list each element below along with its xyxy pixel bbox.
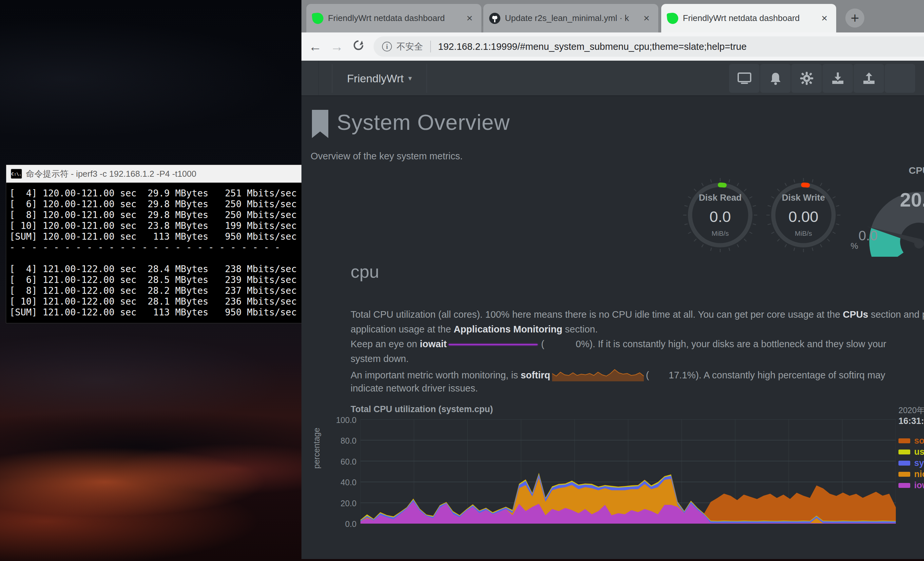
terminal-titlebar[interactable]: 命令提示符 - iperf3 -c 192.168.1.2 -P4 -t1000	[6, 165, 333, 183]
forward-icon[interactable]: →	[327, 39, 346, 54]
cpu-paragraph-line: system down.	[351, 353, 924, 364]
netdata-icon	[312, 12, 324, 24]
omnibox-divider	[430, 41, 431, 53]
terminal-output: [ 4] 120.00-121.00 sec 29.9 MBytes 251 M…	[6, 183, 333, 318]
y-tick: 0.0	[321, 519, 357, 529]
url-bar[interactable]: i 不安全 192.168.2.1:19999/#menu_system_sub…	[374, 36, 924, 57]
cpu-paragraph-line: application usage at the Applications Mo…	[351, 324, 924, 335]
legend-item-user[interactable]: user	[898, 446, 924, 457]
terminal-line: [ 8] 121.00-122.00 sec 28.2 MBytes 237 M…	[9, 285, 333, 296]
tab-strip: FriendlyWrt netdata dashboard × Update r…	[302, 0, 924, 33]
legend-item-system[interactable]: system	[898, 457, 924, 469]
legend-swatch	[898, 438, 910, 443]
new-tab-button[interactable]: +	[845, 9, 864, 27]
host-dropdown[interactable]: FriendlyWrt ▾	[332, 64, 427, 93]
chart-date: 2020年3月24日	[898, 405, 924, 416]
navbar-divider	[318, 61, 319, 95]
chevron-down-icon: ▾	[408, 74, 412, 83]
section-heading-cpu: cpu	[351, 261, 379, 282]
gauge-min: 0.0	[858, 228, 878, 244]
y-tick: 40.0	[321, 478, 357, 487]
cpu-paragraph-line: Total CPU utilization (all cores). 100% …	[351, 309, 924, 320]
gauge-label: CPU	[855, 165, 924, 176]
terminal-line: [ 4] 120.00-121.00 sec 29.9 MBytes 251 M…	[9, 188, 333, 199]
legend-item-nice[interactable]: nice	[898, 469, 924, 480]
legend-swatch	[898, 450, 910, 454]
host-name: FriendlyWrt	[347, 72, 404, 85]
iowait-sparkline[interactable]	[448, 344, 538, 345]
info-icon[interactable]: i	[382, 42, 392, 51]
tab-netdata-2-active[interactable]: FriendlyWrt netdata dashboard ×	[661, 4, 836, 33]
chart-time: 16:31:28	[898, 416, 924, 426]
desktop-wallpaper: 命令提示符 - iperf3 -c 192.168.1.2 -P4 -t1000…	[0, 0, 924, 561]
softirq-sparkline[interactable]	[552, 368, 644, 384]
cpu-paragraph-line: Keep an eye on iowait(0%). If it is cons…	[351, 339, 924, 349]
github-icon	[489, 13, 500, 24]
close-icon[interactable]: ×	[819, 12, 830, 24]
chart-title: Total CPU utilization (system.cpu)	[351, 404, 493, 414]
security-label: 不安全	[396, 41, 423, 53]
cmd-icon	[11, 169, 22, 179]
upload-icon[interactable]	[854, 64, 884, 93]
y-axis-label: percentage	[312, 436, 321, 469]
terminal-line: [ 10] 120.00-121.00 sec 23.8 MBytes 199 …	[9, 220, 333, 231]
netdata-icon	[666, 12, 679, 24]
tab-netdata-1[interactable]: FriendlyWrt netdata dashboard ×	[306, 4, 482, 33]
close-icon[interactable]: ×	[464, 12, 476, 24]
gauge-value: 20.5	[855, 188, 924, 211]
legend-item-iowait[interactable]: iowait	[898, 480, 924, 491]
chart-legend: softirq user system nice iowait	[898, 435, 924, 491]
tab-github[interactable]: Update r2s_lean_minimal.yml · k ×	[483, 4, 658, 33]
gauge-disk-write[interactable]: Disk Write 0.00 MiB/s	[766, 177, 841, 253]
bell-icon[interactable]	[760, 64, 790, 93]
page-subtitle: Overview of the key system metrics.	[310, 151, 463, 162]
page-title: System Overview	[337, 110, 510, 135]
terminal-line	[9, 253, 333, 264]
cpus-link[interactable]: CPUs	[843, 309, 868, 320]
y-tick: 80.0	[321, 436, 357, 445]
cpu-paragraph-line: indicate network driver issues.	[351, 383, 924, 394]
tab-separator	[482, 9, 483, 26]
legend-swatch	[898, 472, 910, 477]
url-text[interactable]: 192.168.2.1:19999/#menu_system_submenu_c…	[438, 41, 747, 52]
close-icon[interactable]: ×	[640, 12, 652, 24]
monitor-icon[interactable]	[729, 64, 759, 93]
gauge-unit: %	[850, 241, 858, 251]
browser-toolbar: ← → i 不安全 192.168.2.1:19999/#menu_system…	[302, 33, 924, 61]
terminal-window[interactable]: 命令提示符 - iperf3 -c 192.168.1.2 -P4 -t1000…	[6, 165, 333, 323]
back-icon[interactable]: ←	[305, 39, 325, 54]
navbar-button-cut[interactable]	[885, 64, 915, 93]
y-tick: 100.0	[321, 415, 357, 425]
reload-icon[interactable]	[349, 39, 368, 54]
cpu-paragraph-line: An important metric worth monitoring, is…	[351, 368, 924, 384]
terminal-line: [SUM] 121.00-122.00 sec 113 MBytes 950 M…	[9, 307, 333, 318]
terminal-title: 命令提示符 - iperf3 -c 192.168.1.2 -P4 -t1000	[26, 168, 196, 180]
legend-swatch	[898, 483, 910, 488]
terminal-line: [SUM] 120.00-121.00 sec 113 MBytes 950 M…	[9, 231, 333, 242]
tab-title: Update r2s_lean_minimal.yml · k	[505, 13, 636, 23]
bookmark-icon	[310, 110, 330, 141]
tab-title: FriendlyWrt netdata dashboard	[328, 13, 459, 23]
legend-swatch	[898, 461, 910, 466]
download-icon[interactable]	[822, 64, 853, 93]
terminal-line: [ 10] 121.00-122.00 sec 28.1 MBytes 236 …	[9, 296, 333, 307]
gear-icon[interactable]	[791, 64, 822, 93]
netdata-page: FriendlyWrt ▾	[302, 61, 924, 559]
cpu-stacked-area-chart[interactable]	[360, 420, 896, 523]
terminal-line: [ 4] 121.00-122.00 sec 28.4 MBytes 238 M…	[9, 264, 333, 274]
legend-item-softirq[interactable]: softirq	[898, 435, 924, 446]
terminal-line: - - - - - - - - - - - - - - - - - - - - …	[9, 242, 333, 253]
applications-monitoring-link[interactable]: Applications Monitoring	[453, 324, 562, 334]
y-tick: 20.0	[321, 499, 357, 508]
tab-title: FriendlyWrt netdata dashboard	[683, 13, 814, 23]
terminal-line: [ 6] 121.00-122.00 sec 28.5 MBytes 239 M…	[9, 274, 333, 285]
gauge-cpu[interactable]: CPU 20.5 0.0 100.0 %	[855, 165, 924, 257]
gauge-disk-read[interactable]: Disk Read 0.0 MiB/s	[682, 177, 758, 253]
terminal-line: [ 6] 120.00-121.00 sec 29.8 MBytes 250 M…	[9, 199, 333, 209]
netdata-navbar: FriendlyWrt ▾	[302, 61, 924, 96]
terminal-line: [ 8] 120.00-121.00 sec 29.8 MBytes 250 M…	[9, 209, 333, 220]
y-tick: 60.0	[321, 457, 357, 466]
browser-window: FriendlyWrt netdata dashboard × Update r…	[302, 0, 924, 559]
